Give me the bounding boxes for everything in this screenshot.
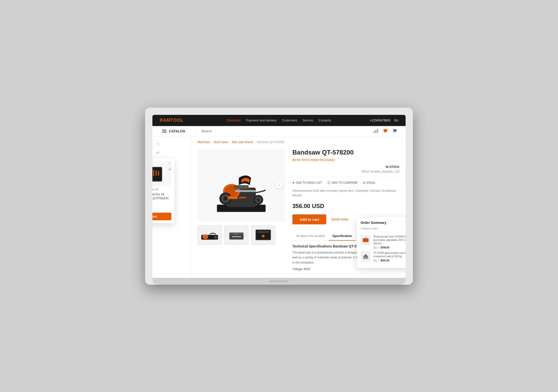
svg-rect-1: [375, 130, 376, 133]
laptop-notch: [269, 281, 289, 282]
cart-count-row: 2 items in Cart ▼: [361, 227, 406, 232]
order-item-2-info: YT-37236 glass suction cup holder with a…: [373, 251, 406, 262]
email-action[interactable]: ✉ EMAIL: [363, 181, 376, 185]
svg-rect-2: [377, 129, 378, 133]
nav-payment[interactable]: Payment and delivery: [246, 119, 277, 122]
brand-logo[interactable]: RAMTOOL: [160, 118, 184, 123]
svg-rect-53: [364, 257, 367, 258]
top-navigation: RAMTOOL Discounts Payment and delivery C…: [152, 115, 406, 126]
cart-icon[interactable]: [392, 128, 397, 134]
svg-rect-41: [234, 233, 239, 235]
action-links: ♥ ADD TO WISH LIST ADD TO COMPARE ✉: [292, 181, 400, 185]
thumbnail-3[interactable]: [251, 225, 275, 245]
svg-point-30: [257, 198, 260, 201]
compare-label: ADD TO COMPARE: [332, 181, 358, 184]
order-item-1-image: [361, 235, 371, 245]
image-next-arrow[interactable]: ›: [276, 182, 283, 189]
card-add-to-cart-button[interactable]: Add to cart: [152, 213, 171, 220]
svg-point-52: [365, 254, 366, 256]
svg-rect-24: [234, 185, 249, 189]
nav-discounts[interactable]: Discounts: [227, 119, 241, 122]
svg-rect-32: [228, 196, 238, 199]
wishlist-label: ADD TO WISH LIST: [296, 181, 322, 184]
svg-rect-15: [156, 170, 157, 176]
order-item-2-price: $201.00: [381, 259, 389, 262]
order-summary-card: Order Summary 2 items in Cart ▼ Techn: [357, 217, 406, 268]
sidebar-item-chart[interactable]: [152, 149, 191, 156]
breadcrumb-machines[interactable]: Machines: [197, 140, 210, 144]
thumbnail-1[interactable]: [197, 225, 222, 245]
card-product-name: Socket head set : MSI Pro 16 Flex-036 AU…: [152, 192, 171, 201]
sku-row: SKU#: product_dynamic_113: [292, 170, 400, 173]
sku-label: SKU#:: [362, 170, 370, 173]
breadcrumb-current: Bandsaw QT-578200: [257, 140, 284, 144]
thumbnail-2[interactable]: [224, 225, 249, 245]
svg-point-27: [223, 197, 227, 201]
search-bar: [196, 126, 370, 137]
product-title: Bandsaw QT-578200: [292, 149, 400, 156]
email-icon: ✉: [363, 181, 366, 185]
nav-customers[interactable]: Customers: [282, 119, 297, 122]
svg-rect-44: [257, 231, 269, 233]
svg-point-46: [262, 235, 264, 237]
svg-point-37: [214, 236, 217, 238]
order-item-1-qty-price: Qty 1 $799.00: [373, 246, 406, 249]
quick-order-link[interactable]: Quick order: [331, 217, 349, 221]
wishlist-icon[interactable]: [383, 128, 388, 134]
chart-icon[interactable]: [374, 128, 379, 134]
svg-rect-0: [374, 131, 375, 133]
nav-service[interactable]: Service: [303, 119, 313, 122]
svg-rect-3: [168, 169, 169, 170]
breadcrumb-belt-brand[interactable]: Belt saws Brand: [232, 140, 253, 144]
breadcrumb-sep-2: ›: [230, 141, 231, 144]
tab-specification[interactable]: Specification: [329, 232, 356, 240]
svg-rect-40: [232, 236, 241, 237]
add-to-cart-button[interactable]: Add to cart: [292, 214, 326, 224]
floating-product-card: ♡: [152, 159, 174, 223]
divider-1: [292, 177, 400, 177]
order-item-1-qty: Qty 1: [373, 246, 379, 249]
nav-contacts[interactable]: Contacts: [318, 119, 331, 122]
svg-rect-16: [158, 171, 159, 176]
spec-voltage: Voltage: 800V: [292, 267, 400, 271]
catalog-button[interactable]: CATALOG: [157, 126, 196, 137]
order-item-2: YT-37236 glass suction cup holder with a…: [361, 251, 406, 262]
language-selector[interactable]: En: [394, 119, 398, 122]
toolset-image: [152, 164, 163, 183]
compare-action[interactable]: ADD TO COMPARE: [327, 181, 358, 185]
thumbnail-row: [197, 225, 285, 245]
email-label: EMAIL: [367, 181, 376, 184]
main-image-container: ›: [197, 149, 285, 222]
search-input[interactable]: [201, 129, 365, 133]
sidebar-item-wishlist[interactable]: ♡: [152, 140, 191, 149]
review-link[interactable]: Be the first to review this product: [292, 158, 400, 162]
order-item-2-name: YT-37236 glass suction cup holder with a…: [373, 251, 406, 258]
breadcrumb: Machines › Band saws › Belt saws Brand ›…: [197, 140, 400, 144]
card-wishlist-icon[interactable]: ♡: [168, 162, 171, 166]
svg-rect-48: [364, 239, 368, 241]
reviews-count[interactable]: Reviews (4): [152, 188, 158, 191]
svg-rect-17: [156, 152, 157, 154]
svg-rect-5: [170, 168, 171, 170]
order-item-1: Technical hair dryer STORM 2000 W, two m…: [361, 235, 406, 249]
bandsaw-main-image: [207, 154, 275, 217]
svg-rect-4: [169, 168, 170, 170]
sidebar-heart-icon: ♡: [156, 142, 159, 147]
order-item-1-price: $799.00: [381, 246, 389, 249]
wishlist-action[interactable]: ♥ ADD TO WISH LIST: [292, 181, 322, 185]
breadcrumb-bandsaws[interactable]: Band saws: [214, 140, 228, 144]
sku-value: product_dynamic_113: [371, 170, 400, 173]
tab-all-about[interactable]: All about the product: [292, 232, 329, 240]
catalog-label: CATALOG: [169, 129, 185, 133]
sidebar-chart-icon: [156, 151, 159, 154]
svg-rect-33: [239, 197, 246, 198]
stock-status: IN STOCK: [386, 165, 400, 169]
breadcrumb-sep-1: ›: [211, 141, 212, 144]
order-item-1-name: Technical hair dryer STORM 2000 W, two m…: [373, 235, 406, 245]
nav-right: +12345678901 En: [370, 119, 398, 122]
second-bar: CATALOG: [152, 126, 406, 137]
svg-rect-14: [153, 170, 154, 176]
card-chart-icon[interactable]: [168, 167, 171, 171]
price-row: 356.00 USD: [292, 203, 400, 210]
card-price: $499.00: [152, 206, 171, 210]
